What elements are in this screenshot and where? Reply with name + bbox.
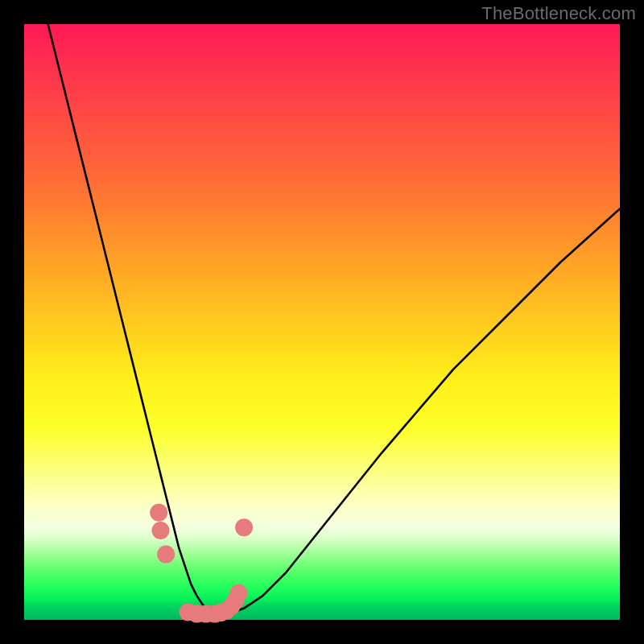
bottleneck-curve [48, 24, 620, 614]
highlight-dot [151, 522, 169, 539]
highlight-dot [235, 518, 253, 536]
highlight-dot [229, 584, 247, 602]
highlight-dots [150, 504, 253, 623]
highlight-dot [157, 546, 175, 564]
chart-frame: TheBottleneck.com [0, 0, 644, 644]
highlight-dot [150, 504, 167, 522]
watermark-text: TheBottleneck.com [481, 3, 636, 24]
plot-area [24, 24, 620, 620]
chart-svg [24, 24, 620, 620]
